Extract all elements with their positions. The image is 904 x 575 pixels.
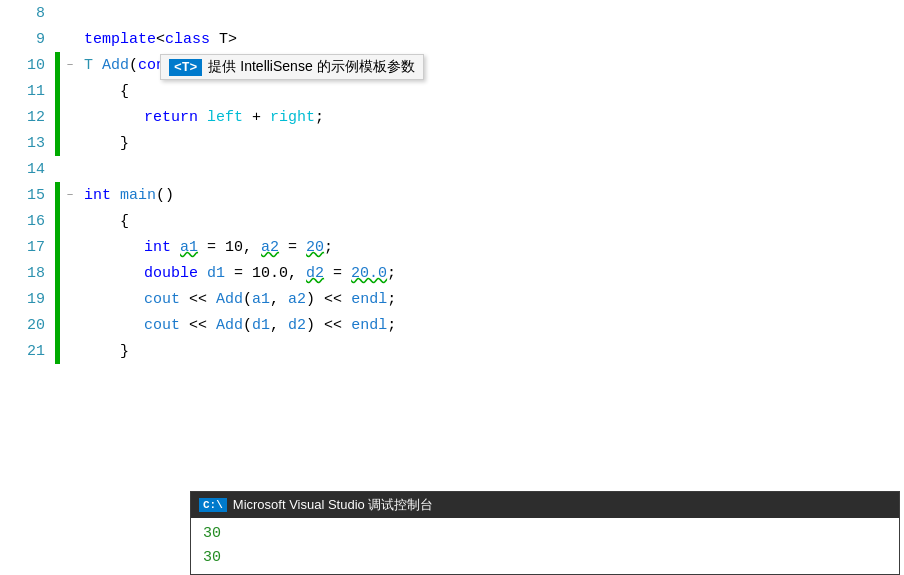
code-content-17: int a1 = 10, a2 = 20; bbox=[80, 239, 904, 256]
code-line-15: 15 − int main() bbox=[0, 182, 904, 208]
code-line-10: 10 − T Add(const T& left, const T& right… bbox=[0, 52, 904, 78]
code-line-9: 9 template<class T> <T> 提供 IntelliSense … bbox=[0, 26, 904, 52]
debug-console-body: 30 30 bbox=[191, 518, 899, 574]
code-line-20: 20 cout << Add(d1, d2) << endl; bbox=[0, 312, 904, 338]
intellisense-text: 提供 IntelliSense 的示例模板参数 bbox=[208, 58, 414, 76]
debug-output-line-2: 30 bbox=[203, 546, 887, 570]
code-line-8: 8 bbox=[0, 0, 904, 26]
collapse-icon-10[interactable]: − bbox=[67, 59, 74, 71]
editor-area: 8 9 template<class T> <T> 提供 IntelliSens… bbox=[0, 0, 904, 575]
code-content-9: template<class T> bbox=[80, 31, 904, 48]
code-content-19: cout << Add(a1, a2) << endl; bbox=[80, 291, 904, 308]
green-bar-18 bbox=[55, 260, 60, 286]
intellisense-badge: <T> bbox=[169, 59, 202, 76]
green-bar-20 bbox=[55, 312, 60, 338]
gutter-10: − bbox=[60, 59, 80, 71]
green-bar-9 bbox=[55, 26, 60, 52]
line-number-8: 8 bbox=[0, 5, 55, 22]
green-bar-16 bbox=[55, 208, 60, 234]
code-content-16: { bbox=[80, 213, 904, 230]
line-number-9: 9 bbox=[0, 31, 55, 48]
code-content-18: double d1 = 10.0, d2 = 20.0; bbox=[80, 265, 904, 282]
code-line-13: 13 } bbox=[0, 130, 904, 156]
line-number-20: 20 bbox=[0, 317, 55, 334]
code-line-17: 17 int a1 = 10, a2 = 20; bbox=[0, 234, 904, 260]
green-bar-17 bbox=[55, 234, 60, 260]
console-icon: C:\ bbox=[199, 498, 227, 512]
gutter-15: − bbox=[60, 189, 80, 201]
line-number-21: 21 bbox=[0, 343, 55, 360]
code-line-11: 11 { bbox=[0, 78, 904, 104]
line-number-16: 16 bbox=[0, 213, 55, 230]
code-content-21: } bbox=[80, 343, 904, 360]
line-number-18: 18 bbox=[0, 265, 55, 282]
line-number-19: 19 bbox=[0, 291, 55, 308]
code-container: 8 9 template<class T> <T> 提供 IntelliSens… bbox=[0, 0, 904, 575]
code-content-11: { bbox=[80, 83, 904, 100]
code-content-13: } bbox=[80, 135, 904, 152]
debug-output-line-1: 30 bbox=[203, 522, 887, 546]
code-line-16: 16 { bbox=[0, 208, 904, 234]
code-line-21: 21 } bbox=[0, 338, 904, 364]
code-content-20: cout << Add(d1, d2) << endl; bbox=[80, 317, 904, 334]
debug-console-header: C:\ Microsoft Visual Studio 调试控制台 bbox=[191, 492, 899, 518]
code-line-14: 14 bbox=[0, 156, 904, 182]
code-content-15: int main() bbox=[80, 187, 904, 204]
line-number-12: 12 bbox=[0, 109, 55, 126]
code-content-12: return left + right; bbox=[80, 109, 904, 126]
collapse-icon-15[interactable]: − bbox=[67, 189, 74, 201]
line-number-13: 13 bbox=[0, 135, 55, 152]
debug-console: C:\ Microsoft Visual Studio 调试控制台 30 30 bbox=[190, 491, 900, 575]
green-bar-8 bbox=[55, 0, 60, 26]
code-line-19: 19 cout << Add(a1, a2) << endl; bbox=[0, 286, 904, 312]
green-bar-19 bbox=[55, 286, 60, 312]
line-number-17: 17 bbox=[0, 239, 55, 256]
line-number-11: 11 bbox=[0, 83, 55, 100]
green-bar-12 bbox=[55, 104, 60, 130]
line-number-14: 14 bbox=[0, 161, 55, 178]
console-title: Microsoft Visual Studio 调试控制台 bbox=[233, 496, 434, 514]
green-bar-11 bbox=[55, 78, 60, 104]
green-bar-21 bbox=[55, 338, 60, 364]
intellisense-tooltip: <T> 提供 IntelliSense 的示例模板参数 bbox=[160, 54, 424, 80]
line-number-10: 10 bbox=[0, 57, 55, 74]
line-number-15: 15 bbox=[0, 187, 55, 204]
green-bar-13 bbox=[55, 130, 60, 156]
code-line-12: 12 return left + right; bbox=[0, 104, 904, 130]
green-bar-14 bbox=[55, 156, 60, 182]
code-line-18: 18 double d1 = 10.0, d2 = 20.0; bbox=[0, 260, 904, 286]
